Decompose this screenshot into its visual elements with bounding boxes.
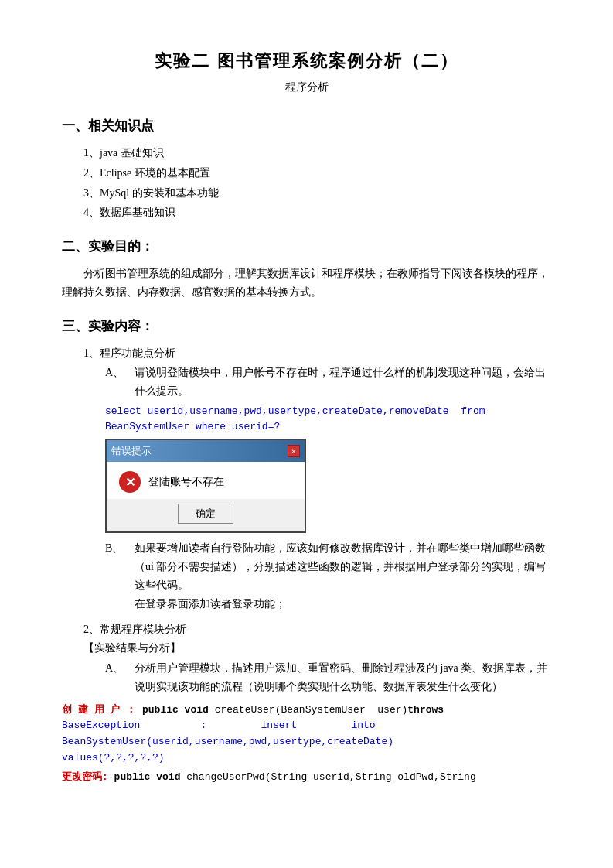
page-title: 实验二 图书管理系统案例分析（二）: [62, 46, 551, 75]
dialog-titlebar: 错误提示 ×: [107, 440, 305, 462]
list-item: 4、数据库基础知识: [83, 203, 551, 222]
section3-heading: 三、实验内容：: [62, 316, 551, 338]
bracket-text: 【实验结果与分析】: [83, 642, 181, 654]
section3-item1-a: A、 请说明登陆模块中，用户帐号不存在时，程序通过什么样的机制发现这种问题，会给…: [105, 364, 551, 401]
section3-item2-label: 2、常规程序模块分析: [62, 620, 551, 639]
page-container: 实验二 图书管理系统案例分析（二） 程序分析 一、相关知识点 1、java 基础…: [62, 46, 551, 785]
dialog-close-button[interactable]: ×: [288, 445, 300, 457]
item-b-content: 如果要增加读者自行登陆功能，应该如何修改数据库设计，并在哪些类中增加哪些函数（u…: [135, 539, 551, 613]
dialog-footer: 确定: [107, 499, 305, 531]
list-item: 2、Eclipse 环境的基本配置: [83, 164, 551, 183]
dialog-title: 错误提示: [111, 443, 152, 460]
section3-item2-a: A、 分析用户管理模块，描述用户添加、重置密码、删除过程涉及的 java 类、数…: [105, 659, 551, 696]
create-user-method: createUser(BeanSystemUser user): [209, 704, 407, 716]
change-pwd-block: 更改密码: public void changeUserPwd(String u…: [62, 770, 551, 786]
section1-heading: 一、相关知识点: [62, 115, 551, 138]
item-a-text: 请说明登陆模块中，用户帐号不存在时，程序通过什么样的机制发现这种问题，会给出什么…: [135, 364, 551, 401]
section2-para: 分析图书管理系统的组成部分，理解其数据库设计和程序模块；在教师指导下阅读各模块的…: [62, 265, 551, 302]
dialog-ok-button[interactable]: 确定: [178, 504, 233, 524]
throws-keyword: throws: [407, 704, 444, 716]
create-user-label: 创 建 用 户 ：: [62, 704, 142, 716]
change-pwd-label: 更改密码:: [62, 771, 108, 783]
list-item: 1、java 基础知识: [83, 144, 551, 162]
page-subtitle: 程序分析: [62, 78, 551, 97]
section3-item1-label: 1、程序功能点分析: [83, 344, 551, 363]
change-pwd-method: changeUserPwd(String userid,String oldPw…: [180, 771, 475, 783]
change-pwd-public: public void: [108, 771, 181, 783]
bean-insert-line: BeanSystemUser(userid,username,pwd,usert…: [62, 736, 393, 747]
item-b-text1: 如果要增加读者自行登陆功能，应该如何修改数据库设计，并在哪些类中增加哪些函数（u…: [135, 542, 546, 591]
section1-body: 1、java 基础知识 2、Eclipse 环境的基本配置 3、MySql 的安…: [62, 144, 551, 222]
sql-code-block: select userid,username,pwd,usertype,crea…: [105, 404, 551, 434]
item2-label: 2、常规程序模块分析: [83, 624, 186, 635]
label-a: A、: [105, 364, 135, 401]
label-b: B、: [105, 539, 135, 613]
error-dialog: 错误提示 × ✕ 登陆账号不存在 确定: [105, 439, 306, 533]
base-exception-line: BaseException : insert into: [62, 719, 376, 731]
error-icon: ✕: [119, 471, 141, 493]
bracket-label: 【实验结果与分析】: [83, 639, 551, 658]
dialog-message: 登陆账号不存在: [148, 473, 224, 491]
sql-select-code: select userid,username,pwd,usertype,crea…: [105, 405, 485, 432]
item-b-text2: 在登录界面添加读者登录功能；: [135, 598, 286, 610]
label-a2: A、: [105, 659, 135, 696]
section3-item1-b: B、 如果要增加读者自行登陆功能，应该如何修改数据库设计，并在哪些类中增加哪些函…: [105, 539, 551, 613]
create-user-code: public void: [142, 704, 209, 716]
item2-a-text: 分析用户管理模块，描述用户添加、重置密码、删除过程涉及的 java 类、数据库表…: [135, 659, 551, 696]
dialog-body: ✕ 登陆账号不存在: [107, 462, 305, 499]
create-user-block: 创 建 用 户 ： public void createUser(BeanSys…: [62, 702, 551, 767]
values-line: values(?,?,?,?,?): [62, 752, 165, 764]
section2-heading: 二、实验目的：: [62, 236, 551, 258]
list-item: 3、MySql 的安装和基本功能: [83, 184, 551, 203]
